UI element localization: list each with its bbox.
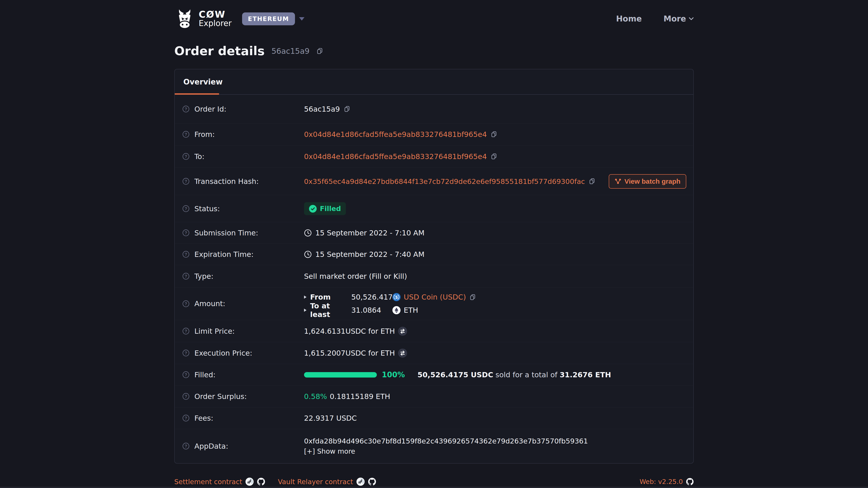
row-fees: ? Fees: 22.9317 USDC (175, 407, 693, 429)
help-circle-icon[interactable]: ? (182, 251, 189, 258)
brand-subtitle: Explorer (199, 19, 232, 28)
row-label: Type: (194, 272, 213, 281)
vault-relayer-contract-group: Vault Relayer contract (278, 478, 376, 486)
tab-overview[interactable]: Overview (183, 77, 223, 86)
row-label: Amount: (194, 299, 225, 308)
copy-icon[interactable] (469, 294, 476, 301)
help-circle-icon[interactable]: ? (182, 273, 189, 280)
filled-progress-bar (304, 372, 377, 378)
etherscan-icon[interactable] (246, 478, 254, 486)
row-expiration-time: ? Expiration Time: 15 September 2022 - 7… (175, 243, 693, 265)
web-version-label[interactable]: Web: v2.25.0 (640, 478, 683, 486)
github-icon[interactable] (257, 478, 265, 486)
help-circle-icon[interactable]: ? (182, 443, 189, 450)
svg-text:?: ? (185, 179, 187, 184)
amount-from-token-link[interactable]: USD Coin (USDC) (404, 293, 466, 301)
from-address-link[interactable]: 0x04d84e1d86cfad5ffea5e9ab833276481bf965… (304, 130, 487, 139)
row-from: ? From: 0x04d84e1d86cfad5ffea5e9ab833276… (175, 123, 693, 145)
row-amount: ? Amount: From 50,526.4175 $ (175, 287, 693, 320)
filled-total-amount: 31.2676 ETH (560, 370, 611, 379)
help-circle-icon[interactable]: ? (182, 229, 189, 236)
svg-text:?: ? (185, 372, 187, 377)
row-label: Execution Price: (194, 349, 252, 357)
row-label: To: (194, 152, 204, 161)
github-icon[interactable] (368, 478, 376, 486)
view-batch-graph-button[interactable]: View batch graph (609, 174, 686, 189)
svg-text:?: ? (185, 154, 187, 159)
view-batch-graph-label: View batch graph (625, 177, 681, 185)
nav-item-home[interactable]: Home (616, 14, 642, 23)
web-version-group: Web: v2.25.0 (640, 478, 694, 486)
help-circle-icon[interactable]: ? (182, 415, 189, 422)
svg-text:$: $ (395, 295, 398, 300)
amount-to-label: To at least (310, 302, 351, 319)
fees-value: 22.9317 USDC (304, 414, 357, 422)
help-circle-icon[interactable]: ? (182, 105, 189, 112)
row-label: Submission Time: (194, 229, 258, 237)
row-submission-time: ? Submission Time: 15 September 2022 - 7… (175, 222, 693, 243)
title-row: Order details 56ac15a9 (174, 44, 694, 58)
svg-text:?: ? (185, 230, 187, 235)
clock-icon (304, 229, 312, 237)
help-circle-icon[interactable]: ? (182, 178, 189, 185)
copy-icon[interactable] (491, 131, 498, 138)
to-address-link[interactable]: 0x04d84e1d86cfad5ffea5e9ab833276481bf965… (304, 152, 487, 161)
svg-text:?: ? (185, 301, 187, 306)
row-type: ? Type: Sell market order (Fill or Kill) (175, 265, 693, 287)
help-circle-icon[interactable]: ? (182, 393, 189, 400)
svg-text:?: ? (185, 132, 187, 137)
tx-hash-link[interactable]: 0x35f65ec4a9d84e27bdb6844f13e7cb72d9de62… (304, 177, 585, 186)
network-badge[interactable]: ETHEREUM (242, 12, 295, 25)
row-label: Fees: (194, 414, 213, 422)
help-circle-icon[interactable]: ? (182, 300, 189, 307)
expiration-time-value: 15 September 2022 - 7:40 AM (315, 250, 425, 259)
vault-relayer-contract-link[interactable]: Vault Relayer contract (278, 478, 353, 486)
swap-arrows-icon[interactable] (398, 327, 407, 336)
svg-text:?: ? (185, 206, 187, 211)
settlement-contract-link[interactable]: Settlement contract (174, 478, 242, 486)
help-circle-icon[interactable]: ? (182, 153, 189, 160)
order-id-value: 56ac15a9 (304, 105, 340, 113)
svg-text:?: ? (185, 274, 187, 279)
order-short-id: 56ac15a9 (272, 46, 310, 56)
show-more-toggle[interactable]: [+] Show more (304, 447, 355, 455)
copy-icon[interactable] (491, 153, 498, 160)
github-icon[interactable] (686, 478, 694, 486)
row-label: Expiration Time: (194, 250, 254, 259)
row-execution-price: ? Execution Price: 1,615.2007USDC for ET… (175, 342, 693, 364)
submission-time-value: 15 September 2022 - 7:10 AM (315, 229, 425, 237)
chevron-down-icon[interactable] (299, 17, 305, 21)
check-circle-icon (309, 205, 317, 213)
network-selector[interactable]: ETHEREUM (242, 12, 305, 25)
amount-from-label: From (310, 293, 351, 301)
row-label: Order Surplus: (194, 392, 247, 401)
brand-wordmark: CØW Explorer (199, 10, 232, 28)
cow-explorer-logo[interactable]: CØW Explorer (174, 8, 232, 29)
nav-item-more-label: More (663, 14, 686, 23)
help-circle-icon[interactable]: ? (182, 371, 189, 378)
copy-icon[interactable] (316, 47, 323, 55)
limit-price-unit: USDC for ETH (345, 327, 395, 335)
amount-to-token-label: ETH (404, 306, 418, 315)
etherscan-icon[interactable] (356, 478, 365, 486)
help-circle-icon[interactable]: ? (182, 131, 189, 138)
copy-icon[interactable] (344, 105, 350, 112)
help-circle-icon[interactable]: ? (182, 205, 189, 212)
app-data-hash: 0xfda28b94d496c30e7bf8d159f8e2c439692657… (304, 437, 588, 445)
main-nav: Home More (616, 14, 694, 23)
help-circle-icon[interactable]: ? (182, 328, 189, 335)
chevron-down-icon (689, 17, 694, 20)
svg-text:?: ? (185, 252, 187, 257)
header: CØW Explorer ETHEREUM Home More (174, 0, 694, 30)
nav-item-more[interactable]: More (663, 14, 694, 23)
swap-arrows-icon[interactable] (398, 349, 407, 358)
help-circle-icon[interactable]: ? (182, 350, 189, 357)
row-transaction-hash: ? Transaction Hash: 0x35f65ec4a9d84e27bd… (175, 167, 693, 195)
copy-icon[interactable] (589, 178, 596, 185)
status-badge: Filled (304, 202, 346, 215)
row-status: ? Status: Filled (175, 195, 693, 222)
page-title: Order details (174, 44, 265, 58)
filled-percent: 100% (382, 370, 405, 379)
order-type-value: Sell market order (Fill or Kill) (304, 272, 407, 281)
brand-name: CØW (199, 10, 232, 19)
